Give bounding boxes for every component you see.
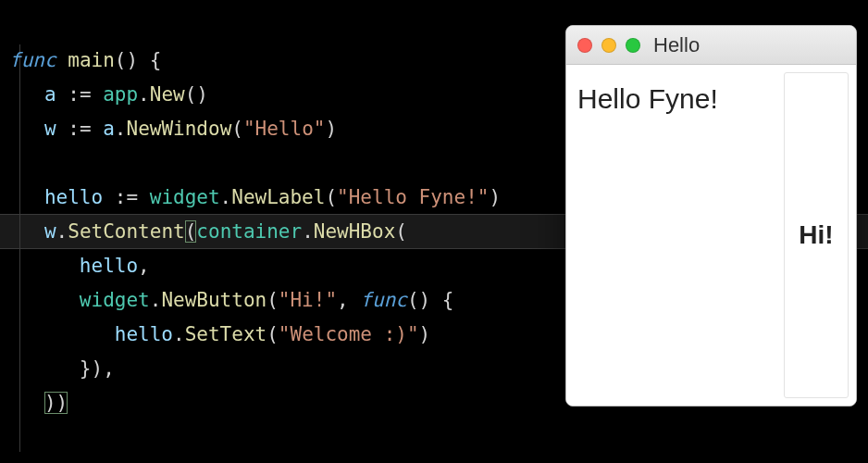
traffic-lights xyxy=(577,38,640,53)
button-container: Hi! xyxy=(784,72,849,398)
str-hi: "Hi!" xyxy=(279,289,337,311)
fn-NewHBox: NewHBox xyxy=(314,220,396,243)
fn-NewLabel: NewLabel xyxy=(231,186,325,208)
pkg-container: container xyxy=(196,220,302,243)
str-hello-fyne: "Hello Fyne!" xyxy=(337,186,489,208)
app-window: Hello Hello Fyne! Hi! xyxy=(565,25,857,407)
keyword-func: func xyxy=(360,289,407,311)
code-block: func main() { a := app.New() w := a.NewW… xyxy=(9,9,501,463)
bracket-open: ( xyxy=(185,220,197,243)
ident-a: a xyxy=(44,83,56,106)
window-titlebar[interactable]: Hello xyxy=(566,26,856,65)
greeting-label: Hello Fyne! xyxy=(574,72,784,126)
pkg-widget: widget xyxy=(150,186,220,208)
close-icon[interactable] xyxy=(577,38,592,53)
ident-w: w xyxy=(44,118,56,140)
fn-New: New xyxy=(150,83,185,106)
window-title: Hello xyxy=(653,33,700,57)
window-content: Hello Fyne! Hi! xyxy=(566,65,856,406)
hi-button[interactable]: Hi! xyxy=(799,220,833,250)
minimize-icon[interactable] xyxy=(601,38,616,53)
fn-SetContent: SetContent xyxy=(68,220,184,243)
fn-NewButton: NewButton xyxy=(161,289,267,311)
ident-hello: hello xyxy=(44,186,103,208)
str-hello: "Hello" xyxy=(243,118,326,140)
str-welcome: "Welcome :)" xyxy=(279,323,419,345)
bracket-close: )) xyxy=(44,392,68,414)
fn-SetText: SetText xyxy=(185,323,267,345)
punct: () { xyxy=(115,49,162,71)
func-name-main: main xyxy=(68,49,115,71)
pkg-app: app xyxy=(103,83,138,106)
zoom-icon[interactable] xyxy=(626,38,640,53)
keyword-func: func xyxy=(9,49,56,71)
fn-NewWindow: NewWindow xyxy=(126,118,231,140)
